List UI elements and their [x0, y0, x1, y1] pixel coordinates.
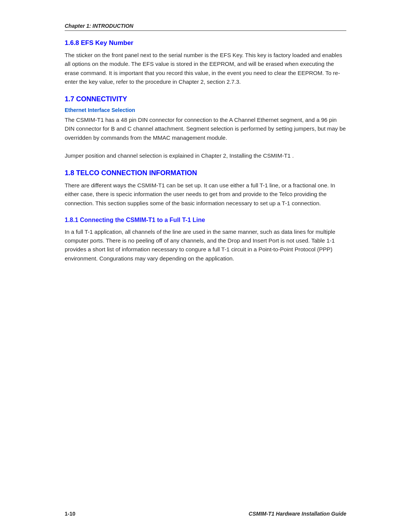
- section-181-body-0: In a full T-1 application, all channels …: [65, 227, 346, 263]
- page: Chapter 1: INTRODUCTION 1.6.8 EFS Key Nu…: [0, 0, 411, 532]
- subsection-ethernet: Ethernet Interface Selection The CSMIM-T…: [65, 107, 346, 142]
- section-181: 1.8.1 Connecting the CSMIM-T1 to a Full …: [65, 217, 346, 263]
- section-181-heading: 1.8.1 Connecting the CSMIM-T1 to a Full …: [65, 217, 346, 224]
- section-18-heading: 1.8 TELCO CONNECTION INFORMATION: [65, 169, 346, 177]
- footer: 1-10 CSMIM-T1 Hardware Installation Guid…: [0, 511, 411, 517]
- section-168-heading: 1.6.8 EFS Key Number: [65, 39, 346, 47]
- section-17: 1.7 CONNECTIVITY Ethernet Interface Sele…: [65, 95, 346, 160]
- ethernet-body-0: The CSMIM-T1 has a 48 pin DIN connector …: [65, 115, 346, 142]
- section-168-body-0: The sticker on the front panel next to t…: [65, 51, 346, 86]
- footer-title: CSMIM-T1 Hardware Installation Guide: [249, 511, 346, 517]
- footer-page-number: 1-10: [65, 511, 75, 517]
- section-18-body-0: There are different ways the CSMIM-T1 ca…: [65, 181, 346, 208]
- section-168: 1.6.8 EFS Key Number The sticker on the …: [65, 39, 346, 86]
- ethernet-subheading: Ethernet Interface Selection: [65, 107, 346, 113]
- chapter-label: Chapter 1: INTRODUCTION: [65, 23, 133, 29]
- header: Chapter 1: INTRODUCTION: [65, 23, 346, 31]
- section-18: 1.8 TELCO CONNECTION INFORMATION There a…: [65, 169, 346, 208]
- section-17-heading: 1.7 CONNECTIVITY: [65, 95, 346, 103]
- section-17-after-body-0: Jumper position and channel selection is…: [65, 151, 346, 160]
